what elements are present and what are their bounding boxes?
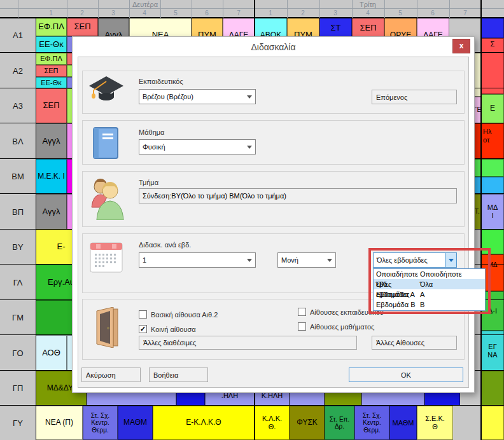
teacher-value: Βρέζου (Βρέζου) [143,93,193,100]
timetable-cell[interactable]: Αγγλ [36,123,67,159]
graduation-cap-icon [88,75,125,111]
row-label-Α3[interactable]: Α3 [0,88,36,123]
row-label-ΓΟ[interactable]: ΓΟ [0,335,36,371]
weeks-option[interactable]: Όλες εβδομάδες Όλα [374,279,485,289]
timetable-cell[interactable]: ΕΓ ΝΑ [481,331,504,371]
parity-value: Μονή [281,256,298,264]
weeks-dropdown-button[interactable] [445,253,456,267]
timetable-cell[interactable]: ΕΦ.ΠΛ [36,18,67,36]
timetable-cell[interactable]: ΣΕΠ [67,18,98,36]
timetable-cell[interactable]: Στ. Επ. Δρ. [325,406,354,440]
period-header: 2 [293,9,312,18]
timetable-cell[interactable] [473,177,504,194]
timetable-cell[interactable]: Ε [481,94,504,123]
timetable-cell[interactable]: ΕΕ-Θκ [36,36,67,53]
period-header: 3 [326,9,345,18]
weeks-dropdown-list: Οποιαδήποτε εβδ. Οποιοδήποτε Όλες εβδομά… [373,268,486,311]
other-available-button[interactable]: Άλλες διαθέσιμες [139,336,357,350]
lesson-dialog: Διδασκαλία x Εκπαιδευτικός Βρέζου (Βρέζο… [72,36,475,393]
weeks-option[interactable]: Εβδομάδα Α Α [374,289,485,299]
timetable-cell[interactable]: ΜΑΘΜ [118,406,153,440]
period-header: 4 [135,9,154,18]
chevron-down-icon [247,259,252,262]
help-button[interactable]: Βοήθεια [149,368,208,382]
timetable-cell[interactable]: ΑΟΘ [36,335,67,371]
cancel-button[interactable]: Ακύρωση [81,368,141,382]
teacher-combobox[interactable]: Βρέζου (Βρέζου) [139,89,256,104]
other-rooms-button[interactable]: Άλλες Αίθουσες [372,336,457,350]
row-label-ΓΥ[interactable]: ΓΥ [0,406,36,440]
chevron-down-icon [247,95,252,99]
period-header: 1 [261,9,280,18]
book-icon [92,127,120,161]
row-label-Α2[interactable]: Α2 [0,53,36,88]
period-header: 6 [423,9,442,18]
timetable-cell[interactable]: Ε-Κ.Λ.Κ.Θ [153,406,255,440]
class-field[interactable]: Σύνδεση:ΒΥ(Όλο το τμήμα) ΒΜ(Όλο το τμήμα… [139,188,457,203]
timetable-cell[interactable]: ΜΔ Ι [481,194,504,230]
timetable-cell[interactable]: Κ.Λ.Κ. Θ. [255,406,290,440]
timetable-cell[interactable] [481,18,504,38]
home-room-checkbox[interactable] [139,310,147,319]
weeks-option[interactable]: Οποιαδήποτε εβδ. Οποιοδήποτε [374,269,485,279]
row-label-ΒΛ[interactable]: ΒΛ [0,123,36,159]
period-header: 6 [197,9,216,18]
period-header: 2 [73,9,92,18]
period-header: 5 [166,9,185,18]
timetable-cell[interactable] [481,406,504,440]
timetable-cell[interactable] [473,159,504,177]
shared-room-label: Κοινή αίθουσα [151,326,196,333]
chevron-down-icon [449,259,454,262]
timetable-cell[interactable]: ΣΕΠ [36,88,67,123]
weeks-value: Όλες εβδομάδες [377,256,428,264]
period-header: 7 [456,9,475,18]
lessons-per-week-label: Διδασκ. ανά εβδ. [139,241,191,249]
row-label-ΓΛ[interactable]: ΓΛ [0,265,36,300]
subject-rooms-label: Αίθουσες μαθήματος [310,323,374,331]
parity-combobox[interactable]: Μονή [277,252,336,268]
period-header: 7 [229,9,248,18]
close-icon[interactable]: x [452,39,470,53]
door-icon [92,307,123,349]
next-teacher-button[interactable]: Επόμενος [372,90,457,104]
timetable-cell[interactable]: Ηλ οτ [473,123,504,159]
timetable-cell[interactable]: ΕΕ-Θκ [36,77,67,88]
dialog-title: Διδασκαλία [73,39,474,55]
weeks-option[interactable]: Εβδομάδα Β Β [374,299,485,310]
shared-room-checkbox[interactable] [139,325,147,333]
timetable-cell[interactable] [481,371,504,406]
subject-rooms-checkbox[interactable] [298,322,306,331]
subject-label: Μάθημα [139,128,164,136]
timetable-cell[interactable]: ΝΕΑ (Π) [36,406,83,440]
teacher-label: Εκπαιδευτικός [139,78,183,85]
teacher-rooms-checkbox[interactable] [298,308,306,316]
row-label-Α1[interactable]: Α1 [0,18,36,53]
timetable-cell[interactable]: ΜΑΘΜ [389,406,417,440]
timetable-cell[interactable] [481,230,504,254]
row-label-ΒΜ[interactable]: ΒΜ [0,159,36,194]
calendar-icon [89,240,123,276]
weeks-combobox[interactable]: Όλες εβδομάδες [373,252,457,268]
timetable-cell[interactable]: Μ.Ε.Κ. Ι [36,159,67,194]
timetable-cell[interactable]: ΦΥΣΚ [290,406,325,440]
timetable-cell[interactable]: Στ. Σχ. Κεντρ. Θερμ. [354,406,389,440]
row-label-ΓΜ[interactable]: ΓΜ [0,300,36,335]
class-label: Τμήμα [139,179,158,186]
timetable-cell[interactable]: ΣΕΠ [36,65,67,77]
row-label-ΒΥ[interactable]: ΒΥ [0,230,36,265]
row-label-ΓΠ[interactable]: ΓΠ [0,371,36,406]
timetable-cell[interactable]: Σ.Ε.Κ. Θ [417,406,453,440]
timetable-cell[interactable]: Αγγλ [36,194,67,230]
timetable-cell[interactable]: ΕΦ.ΠΛ [36,53,67,65]
period-header: 4 [358,9,377,18]
ok-button[interactable]: OK [349,368,463,382]
timetable-app: ΔευτέραΤρίτη12345671234567Α1Α2Α3ΒΛΒΜΒΠΒΥ… [0,0,504,440]
row-label-ΒΠ[interactable]: ΒΠ [0,194,36,230]
period-header: 5 [391,9,410,18]
timetable-cell[interactable]: Στ. Σχ. Κεντρ. Θερμ. [83,406,118,440]
lessons-count-combobox[interactable]: 1 [139,252,256,268]
lessons-count-value: 1 [143,256,146,264]
period-header: 1 [41,9,60,18]
timetable-cell[interactable]: Σ [481,38,504,94]
subject-combobox[interactable]: Φυσική [139,139,256,155]
